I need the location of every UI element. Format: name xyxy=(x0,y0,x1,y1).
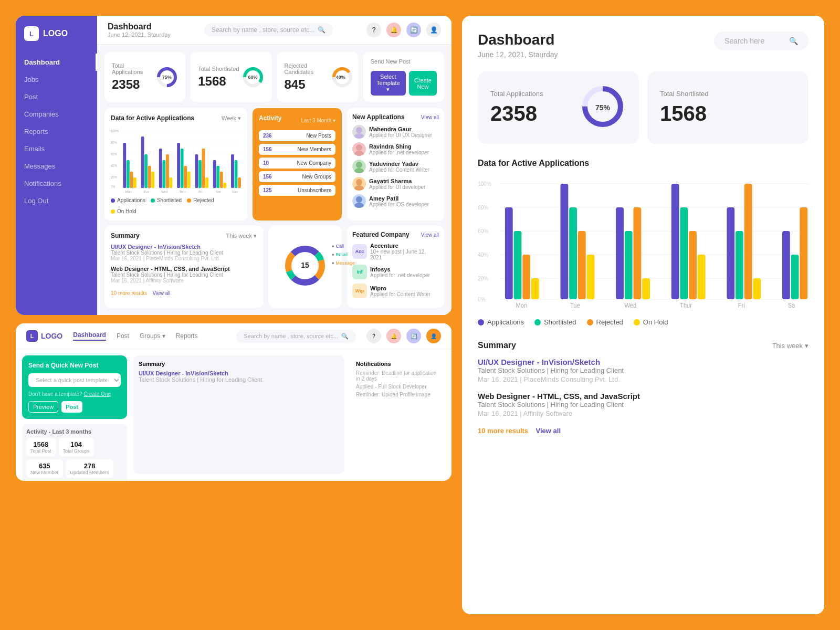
svg-text:Mon: Mon xyxy=(125,190,131,194)
svg-text:Wed: Wed xyxy=(161,190,167,194)
svg-text:100%: 100% xyxy=(478,181,492,187)
activity-filter[interactable]: Last 3 Month ▾ xyxy=(301,118,335,123)
preview-button[interactable]: Preview xyxy=(28,401,58,413)
svg-rect-94 xyxy=(689,231,697,299)
svg-rect-87 xyxy=(587,255,595,299)
sidebar-item-reports[interactable]: Reports xyxy=(16,123,97,140)
notif-title: Notifications xyxy=(356,361,440,367)
bottom-icon-1[interactable]: ? xyxy=(366,329,381,343)
featured-view-all[interactable]: View all xyxy=(421,232,439,238)
right-header: Dashboard June 12, 2021, Staurday Search… xyxy=(478,32,808,59)
quick-post-actions: Preview Post xyxy=(28,401,121,413)
chevron-down-icon: ▾ xyxy=(805,342,808,350)
stat-rejected-label: Rejected Candidates xyxy=(285,62,331,75)
svg-point-53 xyxy=(354,133,364,139)
total-apps-donut: 75% xyxy=(155,66,178,89)
right-chart-title: Data for Active Applications xyxy=(478,159,808,168)
right-view-all[interactable]: View all xyxy=(536,427,561,435)
more-results[interactable]: 10 more results xyxy=(111,290,147,296)
logo-icon: L xyxy=(24,26,39,41)
summary-mini-job-0: UI/UX Designer - InVision/Sketch xyxy=(139,370,339,376)
post-button[interactable]: Post xyxy=(61,401,82,413)
right-search-text: Search here xyxy=(724,37,764,45)
stats-row: Total Applications 2358 75% xyxy=(104,52,444,102)
right-job-title-0: UI/UX Designer - InVision/Sketch xyxy=(478,358,808,366)
svg-text:Sat: Sat xyxy=(216,190,221,194)
notifications-panel: Notifications Reminder: Deadline for app… xyxy=(351,355,445,474)
right-stat-shortlisted: Total Shortlisted 1568 xyxy=(647,71,808,144)
summary-item-0: UI/UX Designer - InVision/Sketch Talent … xyxy=(111,244,257,261)
bottom-nav-groups[interactable]: Groups ▾ xyxy=(140,332,165,340)
notif-icon-2[interactable]: 🔄 xyxy=(406,23,421,37)
right-legend-dot-rejected xyxy=(587,319,593,326)
stat-total-apps-label: Total Applications xyxy=(112,62,155,75)
svg-text:60%: 60% xyxy=(111,152,117,156)
create-new-button[interactable]: Create New xyxy=(409,71,437,96)
bottom-search[interactable]: Search by name , store, source etc... 🔍 xyxy=(236,330,356,343)
user-icon[interactable]: 👤 xyxy=(426,23,441,37)
help-icon[interactable]: ? xyxy=(366,23,381,37)
right-stats-row: Total Applications 2358 75% Total Shortl… xyxy=(478,71,808,144)
summary-footer: 10 more results View all xyxy=(111,288,257,297)
company-sub-0: 10+ new post | June 12, 2021 xyxy=(370,249,439,260)
search-box[interactable]: Search by name , store, source etc... 🔍 xyxy=(204,23,333,37)
activity-card: Activity Last 3 Month ▾ 236 New Posts 15… xyxy=(253,108,342,220)
dash-content: Total Applications 2358 75% xyxy=(97,45,452,315)
right-donut-apps: 75% xyxy=(579,83,626,132)
right-search-icon: 🔍 xyxy=(789,37,798,45)
bottom-header-icons: ? 🔔 🔄 👤 xyxy=(366,329,441,343)
bottom-user-icon[interactable]: 👤 xyxy=(426,329,441,343)
summary-date-1: Mar 16, 2021 | Affinity Software xyxy=(111,278,257,284)
sidebar-item-jobs[interactable]: Jobs xyxy=(16,71,97,88)
bottom-icon-3[interactable]: 🔄 xyxy=(406,329,421,343)
legend-label-shortlisted: Shortlisted xyxy=(157,197,182,203)
right-search[interactable]: Search here 🔍 xyxy=(714,32,808,50)
sidebar-item-logout[interactable]: Log Out xyxy=(16,192,97,209)
svg-text:Wed: Wed xyxy=(625,302,637,309)
svg-rect-37 xyxy=(205,177,208,188)
select-template-button[interactable]: Select Template ▾ xyxy=(371,71,406,96)
svg-text:0%: 0% xyxy=(111,184,115,188)
right-legend-onhold: On Hold xyxy=(634,318,668,326)
right-company-0: Talent Stock Solutions | Hiring for Lead… xyxy=(478,366,808,374)
right-legend-rejected-label: Rejected xyxy=(596,318,623,326)
right-more-results[interactable]: 10 more results xyxy=(478,427,528,435)
svg-text:Sun: Sun xyxy=(232,190,237,194)
svg-rect-31 xyxy=(181,149,184,188)
bottom-nav-reports[interactable]: Reports xyxy=(176,332,198,340)
bottom-content: Send a Quick New Post Select a quick pos… xyxy=(16,349,452,480)
svg-point-56 xyxy=(356,162,362,168)
sidebar-item-messages[interactable]: Messages xyxy=(16,158,97,175)
svg-point-59 xyxy=(354,185,364,191)
sidebar-item-emails[interactable]: Emails xyxy=(16,140,97,158)
company-sub-2: Applied for Content Writer xyxy=(370,291,430,297)
svg-rect-29 xyxy=(170,177,173,188)
svg-rect-81 xyxy=(514,231,522,299)
activity-num-4: 125 xyxy=(263,187,272,193)
bottom-icon-2[interactable]: 🔔 xyxy=(386,329,401,343)
app-item-1: Ravindra Shing Applied for .net develope… xyxy=(352,142,439,156)
sidebar-item-dashboard[interactable]: Dashboard xyxy=(16,54,97,71)
right-legend-dot-shortlisted xyxy=(534,319,541,326)
top-dashboard-card: L LOGO Dashboard Jobs Post Companies Rep… xyxy=(16,16,452,315)
right-date-1: Mar 16, 2021 | Affinity Software xyxy=(478,410,808,417)
quick-post-select[interactable]: Select a quick post template xyxy=(28,373,121,387)
chart-filter[interactable]: Week ▾ xyxy=(222,115,241,122)
sidebar-nav: Dashboard Jobs Post Companies Reports Em… xyxy=(16,54,97,209)
new-apps-view-all[interactable]: View all xyxy=(421,114,439,120)
view-all-link[interactable]: View all xyxy=(152,290,170,296)
sidebar-item-companies[interactable]: Companies xyxy=(16,106,97,123)
sidebar-item-notifications[interactable]: Notifications xyxy=(16,175,97,192)
svg-text:15: 15 xyxy=(301,261,309,269)
right-title: Dashboard xyxy=(478,32,558,48)
svg-rect-86 xyxy=(578,231,586,299)
bottom-nav-post[interactable]: Post xyxy=(117,332,129,340)
summary-mini-title: Summary xyxy=(139,361,339,367)
summary-filter[interactable]: This week ▾ xyxy=(226,233,257,239)
app-name-4: Amey Patil xyxy=(369,195,429,202)
sidebar-item-post[interactable]: Post xyxy=(16,88,97,106)
notif-icon-1[interactable]: 🔔 xyxy=(386,23,401,37)
app-item-0: Mahendra Gaur Applied for UI UX Designer xyxy=(352,125,439,139)
bottom-nav-dashboard[interactable]: Dashboard xyxy=(73,331,106,341)
create-one-link[interactable]: Create One xyxy=(83,391,111,397)
